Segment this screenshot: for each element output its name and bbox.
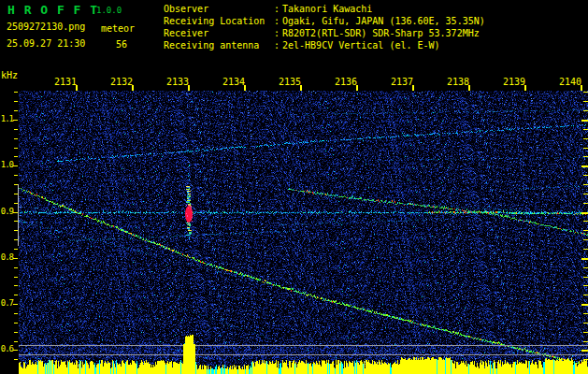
freq-minor-tick <box>14 110 18 111</box>
freq-major-tick <box>13 304 18 305</box>
echo-count: 56 <box>116 39 127 50</box>
station-info-table: Observer:Takanori KawachiReceiving Locat… <box>164 3 485 51</box>
timestamp-label: 25.09.27 21:30 <box>7 38 85 49</box>
output-filename: 2509272130.png <box>7 22 85 32</box>
freq-minor-tick <box>14 92 18 93</box>
hrofft-output-screen: H R O F F T 1.0.0 2509272130.png meteor … <box>0 0 588 374</box>
time-tick-label: 2140 <box>552 77 588 87</box>
info-row: Observer:Takanori Kawachi <box>164 3 485 15</box>
info-value: 2el-HB9CV Vertical (el. E-W) <box>282 40 440 50</box>
info-label: Receiving Location <box>164 15 274 27</box>
freq-minor-tick <box>14 101 18 102</box>
info-value: Takanori Kawachi <box>282 4 372 14</box>
freq-minor-tick <box>14 332 18 333</box>
time-tick-label: 2132 <box>103 77 140 87</box>
freq-minor-tick <box>14 175 18 176</box>
freq-minor-tick <box>14 148 18 149</box>
freq-tick-label: 1.1 <box>0 114 13 123</box>
freq-minor-tick <box>14 129 18 130</box>
y-axis-unit-label: kHz <box>1 70 18 80</box>
info-label: Receiver <box>164 27 274 39</box>
time-tick-label: 2137 <box>383 77 421 87</box>
freq-tick-label: 0.6 <box>0 344 13 353</box>
info-label: Receiving antenna <box>164 39 274 51</box>
freq-minor-tick <box>14 249 18 250</box>
freq-major-tick <box>13 165 18 166</box>
freq-minor-tick <box>14 313 18 314</box>
time-tick-label: 2139 <box>495 77 533 87</box>
freq-minor-tick <box>14 359 18 360</box>
mode-label: meteor <box>101 23 135 34</box>
time-tick-label: 2134 <box>215 77 252 87</box>
freq-tick-label: 0.9 <box>0 207 13 216</box>
freq-major-tick <box>13 120 18 121</box>
freq-tick-label: 0.7 <box>0 298 13 308</box>
freq-minor-tick <box>14 285 18 286</box>
spectrogram-canvas <box>19 91 588 374</box>
info-row: Receiving Location:Ogaki, Gifu, JAPAN (1… <box>164 15 485 27</box>
info-colon: : <box>274 3 282 15</box>
freq-major-tick <box>13 350 18 351</box>
freq-minor-tick <box>14 138 18 139</box>
freq-minor-tick <box>14 323 18 324</box>
left-scale-marker <box>18 184 19 246</box>
freq-minor-tick <box>14 277 18 278</box>
app-version: 1.0.0 <box>96 6 122 15</box>
time-tick-label: 2138 <box>439 77 477 87</box>
freq-minor-tick <box>14 156 18 157</box>
info-row: Receiving antenna:2el-HB9CV Vertical (el… <box>164 39 485 51</box>
info-row: Receiver:R820T2(RTL-SDR) SDR-Sharp 53.37… <box>164 27 485 39</box>
info-value: R820T2(RTL-SDR) SDR-Sharp 53.372MHz <box>282 28 480 38</box>
time-tick-label: 2136 <box>327 77 365 87</box>
info-label: Observer <box>164 3 274 15</box>
app-title: H R O F F T <box>7 3 98 17</box>
info-value: Ogaki, Gifu, JAPAN (136.60E, 35.35N) <box>282 16 485 26</box>
info-colon: : <box>274 15 282 27</box>
info-colon: : <box>274 27 282 39</box>
freq-minor-tick <box>14 295 18 295</box>
time-tick-label: 2131 <box>47 77 84 87</box>
time-tick-label: 2135 <box>271 77 308 87</box>
freq-tick-label: 1.0 <box>0 160 13 169</box>
freq-tick-label: 0.8 <box>0 252 13 262</box>
freq-major-tick <box>13 258 18 259</box>
freq-minor-tick <box>14 341 18 342</box>
time-tick-label: 2133 <box>159 77 196 87</box>
info-colon: : <box>274 39 282 51</box>
freq-minor-tick <box>14 267 18 268</box>
